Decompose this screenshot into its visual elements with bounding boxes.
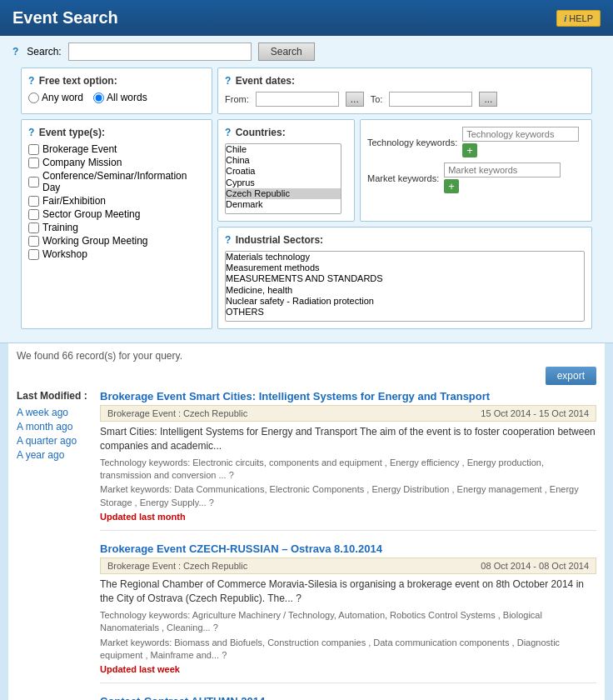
event-dates: 15 Oct 2014 - 15 Oct 2014 — [481, 408, 589, 418]
event-type-label: Brokerage Event — [42, 143, 117, 155]
countries-select[interactable]: ChileChinaCroatiaCyprusCzech RepublicDen… — [225, 143, 341, 214]
to-label: To: — [371, 94, 383, 104]
event-type-item[interactable]: Working Group Meeting — [28, 235, 205, 247]
event-type-label: Sector Group Meeting — [42, 208, 140, 220]
help-button[interactable]: i HELP — [556, 10, 601, 27]
market-keywords-label: Market keywords: — [367, 173, 439, 183]
event-type-label: Company Mission — [42, 157, 122, 168]
industrial-question[interactable]: ? — [225, 234, 231, 246]
event-type-item[interactable]: Conference/Seminar/Information Day — [28, 170, 205, 193]
event-type-checkbox[interactable] — [28, 144, 39, 155]
from-date-picker[interactable]: ... — [346, 92, 364, 107]
last-modified-link[interactable]: A year ago — [17, 449, 92, 461]
from-date-input[interactable] — [256, 92, 339, 107]
search-question-mark[interactable]: ? — [12, 46, 18, 58]
event-meta: Brokerage Event : Czech Republic 08 Oct … — [100, 558, 596, 574]
all-words-label: All words — [107, 92, 147, 103]
event-type-checkbox[interactable] — [28, 236, 39, 247]
event-type-checkbox[interactable] — [28, 196, 39, 207]
countries-panel: ? Countries: ChileChinaCroatiaCyprusCzec… — [217, 119, 355, 222]
event-type-label: Training — [42, 222, 78, 233]
search-input[interactable] — [68, 42, 252, 61]
event-type-label: Working Group Meeting — [42, 235, 148, 247]
event-description: The Regional Chamber of Commerce Moravia… — [100, 578, 596, 606]
event-item: Brokerage Event Smart Cities: Intelligen… — [100, 390, 596, 531]
event-types-panel: ? Event type(s): Brokerage EventCompany … — [21, 119, 212, 329]
all-words-radio[interactable] — [93, 92, 104, 103]
page-title: Event Search — [12, 8, 118, 28]
types-question[interactable]: ? — [28, 127, 34, 138]
search-area: ? Search: Search ? Free text option: Any… — [0, 36, 613, 343]
search-label: Search: — [27, 46, 61, 58]
any-word-radio[interactable] — [28, 92, 39, 103]
any-word-label: Any word — [42, 92, 83, 103]
event-updated: Updated last month — [100, 512, 596, 522]
results-area: We found 66 record(s) for your query. ex… — [8, 343, 605, 700]
last-modified-sidebar: Last Modified : A week agoA month agoA q… — [17, 390, 92, 700]
event-type-checkbox[interactable] — [28, 249, 39, 260]
last-modified-title: Last Modified : — [17, 390, 92, 402]
event-type-item[interactable]: Training — [28, 222, 205, 233]
last-modified-link[interactable]: A quarter ago — [17, 435, 92, 447]
event-meta: Brokerage Event : Czech Republic 15 Oct … — [100, 405, 596, 422]
tech-keywords-input[interactable] — [462, 127, 579, 142]
help-i-icon: i — [564, 13, 566, 23]
to-date-input[interactable] — [389, 92, 472, 107]
types-title: Event type(s): — [39, 127, 105, 138]
search-button[interactable]: Search — [258, 42, 315, 61]
free-text-question[interactable]: ? — [28, 75, 34, 87]
event-type-item[interactable]: Workshop — [28, 248, 205, 260]
event-item: Contact-Contract AUTUMN 2014 Brokerage E… — [100, 695, 596, 700]
event-type-checkbox[interactable] — [28, 209, 39, 220]
event-title[interactable]: Contact-Contract AUTUMN 2014 — [100, 695, 265, 700]
event-type-item[interactable]: Sector Group Meeting — [28, 208, 205, 220]
last-modified-link[interactable]: A month ago — [17, 421, 92, 432]
event-dates-panel: ? Event dates: From: ... To: ... — [217, 68, 592, 114]
countries-question[interactable]: ? — [225, 127, 231, 138]
events-list: Brokerage Event Smart Cities: Intelligen… — [100, 390, 596, 700]
industrial-sectors-select[interactable]: Materials technologyMeasurement methodsM… — [225, 251, 585, 322]
tech-market-panel: Technology keywords: + Market keywords: … — [360, 119, 592, 222]
export-button[interactable]: export — [546, 367, 596, 385]
market-keywords-input[interactable] — [444, 162, 561, 178]
event-title[interactable]: Brokerage Event Smart Cities: Intelligen… — [100, 390, 490, 402]
market-keywords-display: Market keywords: Biomass and Biofuels, C… — [100, 637, 596, 662]
all-words-option[interactable]: All words — [93, 92, 147, 103]
event-type-checkbox[interactable] — [28, 158, 39, 168]
add-tech-keyword-button[interactable]: + — [462, 143, 477, 158]
results-count: We found 66 record(s) for your query. — [17, 350, 596, 362]
event-title[interactable]: Brokerage Event CZECH-RUSSIAN – Ostrava … — [100, 542, 382, 555]
from-label: From: — [225, 94, 249, 104]
event-type-label: Workshop — [42, 248, 87, 260]
event-description: Smart Cities: Intelligent Systems for En… — [100, 425, 596, 453]
industrial-panel: ? Industrial Sectors: Materials technolo… — [217, 227, 592, 329]
event-type-item[interactable]: Fair/Exhibition — [28, 195, 205, 207]
page-header: Event Search i HELP — [0, 0, 613, 36]
help-label: HELP — [569, 13, 593, 23]
tech-keywords-display: Technology keywords: Electronic circuits… — [100, 457, 596, 482]
event-type-label: Fair/Exhibition — [42, 195, 106, 207]
add-market-keyword-button[interactable]: + — [444, 179, 459, 193]
event-types-list: Brokerage EventCompany MissionConference… — [28, 143, 205, 260]
any-word-option[interactable]: Any word — [28, 92, 83, 103]
event-type: Brokerage Event : Czech Republic — [107, 408, 247, 418]
to-date-picker[interactable]: ... — [479, 92, 497, 107]
dates-question[interactable]: ? — [225, 75, 231, 87]
event-updated: Updated last week — [100, 664, 596, 674]
tech-keywords-label: Technology keywords: — [367, 138, 457, 148]
event-type-item[interactable]: Brokerage Event — [28, 143, 205, 155]
free-text-panel: ? Free text option: Any word All words — [21, 68, 212, 114]
event-item: Brokerage Event CZECH-RUSSIAN – Ostrava … — [100, 542, 596, 683]
last-modified-link[interactable]: A week ago — [17, 407, 92, 418]
last-modified-links: A week agoA month agoA quarter agoA year… — [17, 407, 92, 461]
event-type: Brokerage Event : Czech Republic — [107, 561, 247, 571]
event-type-label: Conference/Seminar/Information Day — [42, 170, 205, 193]
market-keywords-display: Market keywords: Data Communications, El… — [100, 483, 596, 509]
event-type-checkbox[interactable] — [28, 177, 39, 188]
dates-title: Event dates: — [236, 75, 295, 87]
industrial-title: Industrial Sectors: — [236, 234, 323, 246]
event-type-checkbox[interactable] — [28, 222, 39, 233]
event-type-item[interactable]: Company Mission — [28, 157, 205, 168]
free-text-options: Any word All words — [28, 92, 205, 103]
free-text-title: Free text option: — [39, 75, 117, 87]
